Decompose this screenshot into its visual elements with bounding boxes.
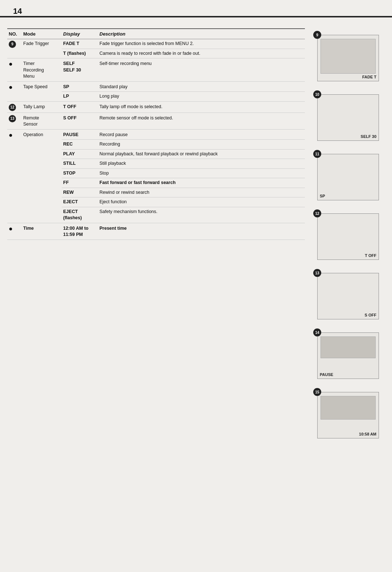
row-no: ●: [7, 129, 22, 223]
table-row: ● Time 12:00 AM to11:59 PM Present time: [7, 223, 305, 240]
col-header-mode: Mode: [22, 29, 62, 39]
screen-label-14: PAUSE: [320, 372, 333, 377]
screen-label-12: T OFF: [365, 253, 376, 258]
row-no: 12: [7, 101, 22, 113]
screen-15: 15 10:58 AM: [317, 392, 379, 438]
row-display: STILL: [62, 159, 98, 169]
screen-number-9: 9: [313, 31, 321, 39]
screen-9: 9 FADE T: [317, 35, 379, 81]
col-header-no: NO.: [7, 29, 22, 39]
screen-12: 12 T OFF: [317, 213, 379, 260]
col-header-description: Description: [98, 29, 305, 39]
row-display: FADE T: [62, 39, 98, 49]
screen-15-wrapper: 15 10:58 AM: [317, 392, 385, 438]
screen-label-13: S OFF: [365, 313, 376, 317]
row-display: SP: [62, 81, 98, 92]
row-desc: Rewind or rewind search: [98, 188, 305, 197]
left-section: NO. Mode Display Description 9 Fade Trig…: [7, 28, 312, 438]
row-desc: Present time: [98, 223, 305, 240]
table-row: ● Tape Speed SP Standard play: [7, 81, 305, 92]
row-no: ●: [7, 58, 22, 82]
row-desc: Fast forward or fast forward search: [98, 178, 305, 188]
row-no: ●: [7, 223, 22, 240]
row-mode: RemoteSensor: [22, 113, 62, 129]
screen-number-15: 15: [313, 388, 321, 396]
screen-label-9: FADE T: [362, 75, 376, 79]
row-desc: Safety mechanism functions.: [98, 207, 305, 223]
badge-9: 9: [9, 41, 16, 48]
table-row: ● TimerRecordingMenu SELFSELF 30 Self-ti…: [7, 58, 305, 82]
row-display: T (flashes): [62, 49, 98, 58]
content-area: NO. Mode Display Description 9 Fade Trig…: [0, 28, 392, 438]
row-no: 13: [7, 113, 22, 129]
screen-13-wrapper: 13 S OFF: [317, 273, 385, 319]
row-desc: Still playback: [98, 159, 305, 169]
row-display: FF: [62, 178, 98, 188]
row-mode: Tally Lamp: [22, 101, 62, 113]
badge-dot: ●: [9, 83, 13, 91]
row-desc: Long play: [98, 92, 305, 102]
table-row: 12 Tally Lamp T OFF Tally lamp off mode …: [7, 101, 305, 113]
row-display: SELFSELF 30: [62, 58, 98, 82]
badge-13: 13: [9, 115, 16, 122]
row-desc: Camera is ready to record with fade in o…: [98, 49, 305, 58]
screen-inner-14: [320, 336, 376, 358]
screen-label-11: SP: [320, 194, 325, 198]
screen-number-11: 11: [313, 150, 321, 158]
screen-number-10: 10: [313, 90, 321, 98]
row-mode: Operation: [22, 129, 62, 223]
row-desc: Standard play: [98, 81, 305, 92]
row-desc: Tally lamp off mode is selected.: [98, 101, 305, 113]
row-desc: Record pause: [98, 129, 305, 140]
row-display: PAUSE: [62, 129, 98, 140]
screen-number-13: 13: [313, 269, 321, 277]
screen-12-wrapper: 12 T OFF: [317, 213, 385, 260]
row-desc: Eject function: [98, 197, 305, 207]
screen-inner-15: [320, 396, 376, 420]
col-header-display: Display: [62, 29, 98, 39]
row-display: S OFF: [62, 113, 98, 129]
page-number: 14: [0, 0, 392, 16]
screen-label-15: 10:58 AM: [359, 432, 376, 436]
row-mode: Tape Speed: [22, 81, 62, 101]
row-display: EJECT(flashes): [62, 207, 98, 223]
row-display: T OFF: [62, 101, 98, 113]
screen-14-wrapper: 14 PAUSE: [317, 332, 385, 379]
screen-number-12: 12: [313, 209, 321, 217]
table-row: ● Operation PAUSE Record pause: [7, 129, 305, 140]
screen-10-wrapper: 10 SELF 30: [317, 94, 385, 141]
table-row: 9 Fade Trigger FADE T Fade trigger funct…: [7, 39, 305, 49]
badge-dot: ●: [9, 131, 13, 139]
screen-9-wrapper: 9 FADE T: [317, 35, 385, 81]
screen-number-14: 14: [313, 328, 321, 336]
row-display: LP: [62, 92, 98, 102]
row-mode: Fade Trigger: [22, 39, 62, 58]
row-display: REW: [62, 188, 98, 197]
row-display: PLAY: [62, 149, 98, 159]
row-desc: Normal playback, fast forward playback o…: [98, 149, 305, 159]
screen-11-wrapper: 11 SP: [317, 154, 385, 200]
row-mode: Time: [22, 223, 62, 240]
row-mode: TimerRecordingMenu: [22, 58, 62, 82]
row-desc: Self-timer recording menu: [98, 58, 305, 82]
row-display: EJECT: [62, 197, 98, 207]
row-no: 9: [7, 39, 22, 58]
screen-11: 11 SP: [317, 154, 379, 200]
row-desc: Remote sensor off mode is selected.: [98, 113, 305, 129]
row-desc: Stop: [98, 168, 305, 178]
row-display: STOP: [62, 168, 98, 178]
row-desc: Recording: [98, 140, 305, 150]
right-section: 9 FADE T 10 SELF 30 11 SP 12 T OFF: [312, 28, 385, 438]
row-display: 12:00 AM to11:59 PM: [62, 223, 98, 240]
screen-label-10: SELF 30: [361, 134, 376, 139]
top-border: [0, 16, 392, 17]
row-display: REC: [62, 140, 98, 150]
screen-14: 14 PAUSE: [317, 332, 379, 379]
badge-12: 12: [9, 104, 16, 111]
screen-13: 13 S OFF: [317, 273, 379, 319]
screen-inner-9: [320, 39, 376, 74]
row-no: ●: [7, 81, 22, 101]
row-desc: Fade trigger function is selected from M…: [98, 39, 305, 49]
badge-dot: ●: [9, 225, 13, 232]
table-header-row: NO. Mode Display Description: [7, 29, 305, 39]
